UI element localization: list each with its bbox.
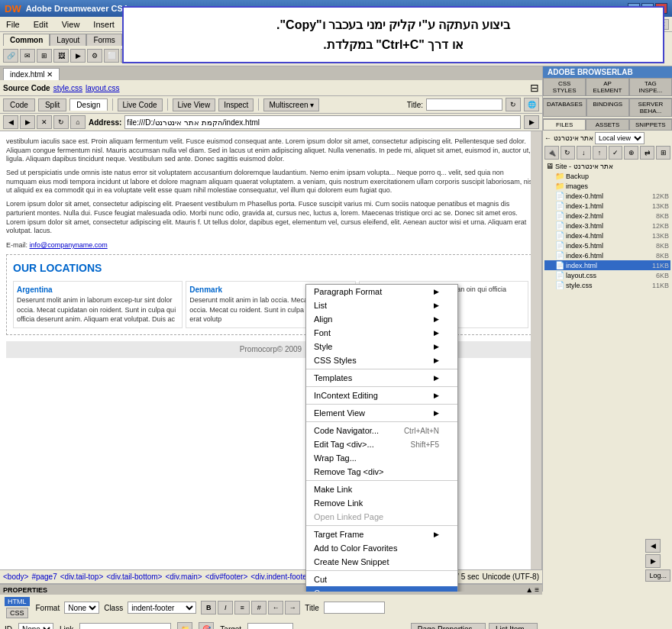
ctx-paragraph-format[interactable]: Paragraph Format▶	[306, 285, 457, 298]
menu-edit[interactable]: Edit	[31, 18, 51, 31]
server-beh-tab[interactable]: SERVER BEHA...	[629, 98, 672, 117]
right-scroll-up[interactable]: ◀	[645, 539, 661, 553]
home-btn[interactable]: ⌂	[70, 115, 86, 129]
ctx-edit-tag[interactable]: Edit Tag <div>...Shift+F5	[306, 437, 457, 451]
menu-view[interactable]: View	[59, 18, 83, 31]
tree-images[interactable]: 📁 images	[544, 181, 670, 191]
bc-page7[interactable]: #page7	[31, 573, 57, 581]
filter-icon[interactable]: ⊟	[530, 82, 539, 94]
ctx-add-color[interactable]: Add to Color Favorites	[306, 541, 457, 555]
split-view-btn[interactable]: Split	[38, 98, 66, 111]
log-btn[interactable]: Log...	[645, 569, 670, 582]
ctx-templates[interactable]: Templates▶	[306, 371, 457, 385]
right-scroll-down[interactable]: ▶	[645, 554, 661, 568]
ctx-incontext[interactable]: InContext Editing▶	[306, 389, 457, 402]
ctx-create-snippet[interactable]: Create New Snippet	[306, 555, 457, 569]
props-expand[interactable]: ▲	[525, 585, 533, 592]
live-view-btn[interactable]: Live View	[173, 98, 216, 111]
refresh-files-btn[interactable]: ↻	[561, 146, 575, 160]
ctx-style[interactable]: Style▶	[306, 340, 457, 353]
tree-layout-css[interactable]: 📄 layout.css 6KB	[544, 270, 670, 280]
bindings-tab[interactable]: BINDINGS	[586, 98, 629, 117]
css-styles-tab[interactable]: CSS STYLES	[543, 78, 586, 96]
assets-tab[interactable]: ASSETS	[586, 119, 628, 131]
ap-element-tab[interactable]: AP ELEMENT	[586, 78, 628, 96]
ctx-font[interactable]: Font▶	[306, 326, 457, 340]
source-style[interactable]: style.css	[53, 84, 82, 92]
ctx-open-linked[interactable]: Open Linked Page	[306, 510, 457, 524]
go-btn[interactable]: ▶	[524, 115, 539, 129]
snippets-tab[interactable]: SNIPPETS	[629, 119, 672, 131]
expand-btn[interactable]: ⊞	[656, 146, 670, 160]
sync-btn[interactable]: ⇄	[640, 146, 654, 160]
tree-index5[interactable]: 📄 index-5.html 8KB	[544, 240, 670, 250]
checkout-btn[interactable]: ⊕	[624, 146, 638, 160]
globe-icon[interactable]: 🌐	[524, 98, 539, 111]
tree-index6[interactable]: 📄 index-6.html 8KB	[544, 250, 670, 260]
tab-common[interactable]: Common	[3, 34, 50, 46]
tree-site-root[interactable]: 🖥 Site - אתר אינטרנט	[544, 161, 670, 171]
bc-indent[interactable]: <div.indent-footer>	[250, 573, 314, 581]
bc-tail-top[interactable]: <div.tail-top>	[60, 573, 104, 581]
file-tab-index[interactable]: index.html ✕	[3, 68, 60, 80]
bc-body[interactable]: <body>	[3, 573, 28, 581]
get-btn[interactable]: ↓	[577, 146, 591, 160]
tree-index3[interactable]: 📄 index-3.html 12KB	[544, 221, 670, 231]
multiscreen-btn[interactable]: Multiscreen ▾	[263, 98, 319, 111]
ctx-css-styles[interactable]: CSS Styles▶	[306, 353, 457, 367]
ctx-copy[interactable]: Copy↖	[306, 586, 457, 592]
tree-backup[interactable]: 📁 Backup	[544, 171, 670, 181]
title-input[interactable]	[426, 98, 502, 111]
ctx-remove-link[interactable]: Remove Link	[306, 496, 457, 510]
inspect-btn[interactable]: Inspect	[218, 98, 254, 111]
forward-btn[interactable]: ▶	[20, 115, 35, 129]
tab-layout[interactable]: Layout	[50, 34, 86, 46]
bc-footer[interactable]: <div#footer>	[205, 573, 248, 581]
tag-inspect-tab[interactable]: TAG INSPE...	[629, 78, 672, 96]
ctx-remove-tag[interactable]: Remove Tag <div>	[306, 465, 457, 479]
ctx-wrap-tag[interactable]: Wrap Tag...	[306, 451, 457, 465]
tool-image[interactable]: 🖼	[53, 49, 69, 63]
ctx-element-view[interactable]: Element View▶	[306, 406, 457, 420]
tree-index4[interactable]: 📄 index-4.html 13KB	[544, 231, 670, 240]
vertical-scrollbar[interactable]	[531, 131, 541, 592]
files-tab[interactable]: FILES	[543, 119, 586, 131]
tree-style-css[interactable]: 📄 style.css 11KB	[544, 280, 670, 290]
ctx-target-frame[interactable]: Target Frame▶	[306, 527, 457, 541]
ctx-align[interactable]: Align▶	[306, 312, 457, 326]
props-options[interactable]: ≡	[535, 585, 539, 592]
put-btn[interactable]: ↑	[593, 146, 607, 160]
ctx-cut[interactable]: Cut	[306, 573, 457, 586]
code-view-btn[interactable]: Code	[3, 98, 35, 111]
tool-div[interactable]: ⬜	[104, 49, 119, 63]
tool-email[interactable]: ✉	[20, 49, 35, 63]
refresh-btn[interactable]: ↻	[53, 115, 69, 129]
tree-index[interactable]: 📄 index.html 11KB	[544, 260, 670, 270]
address-input[interactable]	[124, 115, 521, 129]
tool-media[interactable]: ▶	[70, 49, 86, 63]
ctx-code-navigator[interactable]: Code Navigator...Ctrl+Alt+N	[306, 424, 457, 437]
design-view-btn[interactable]: Design	[69, 98, 107, 111]
tab-forms[interactable]: Forms	[86, 34, 121, 46]
menu-file[interactable]: File	[3, 18, 23, 31]
checkin-btn[interactable]: ✓	[609, 146, 623, 160]
tool-table[interactable]: ⊞	[37, 49, 52, 63]
tree-index0[interactable]: 📄 index-0.html 12KB	[544, 191, 670, 201]
bc-main[interactable]: <div.main>	[165, 573, 202, 581]
live-code-btn[interactable]: Live Code	[118, 98, 163, 111]
refresh-icon[interactable]: ↻	[506, 98, 521, 111]
back-btn[interactable]: ◀	[3, 115, 18, 129]
connect-btn[interactable]: 🔌	[544, 146, 559, 160]
tool-hyperlink[interactable]: 🔗	[3, 49, 18, 63]
databases-tab[interactable]: DATABASES	[543, 98, 586, 117]
ctx-make-link[interactable]: Make Link	[306, 482, 457, 496]
email-link[interactable]: info@companyname.com	[30, 241, 108, 249]
menu-insert[interactable]: Insert	[90, 18, 118, 31]
tree-index1[interactable]: 📄 index-1.html 13KB	[544, 201, 670, 211]
stop-btn[interactable]: ✕	[37, 115, 52, 129]
tree-index2[interactable]: 📄 index-2.html 8KB	[544, 211, 670, 221]
view-dropdown[interactable]: Local view	[595, 132, 645, 144]
bc-tail-bottom[interactable]: <div.tail-bottom>	[106, 573, 162, 581]
tool-widget[interactable]: ⚙	[87, 49, 102, 63]
source-layout[interactable]: layout.css	[86, 84, 119, 92]
